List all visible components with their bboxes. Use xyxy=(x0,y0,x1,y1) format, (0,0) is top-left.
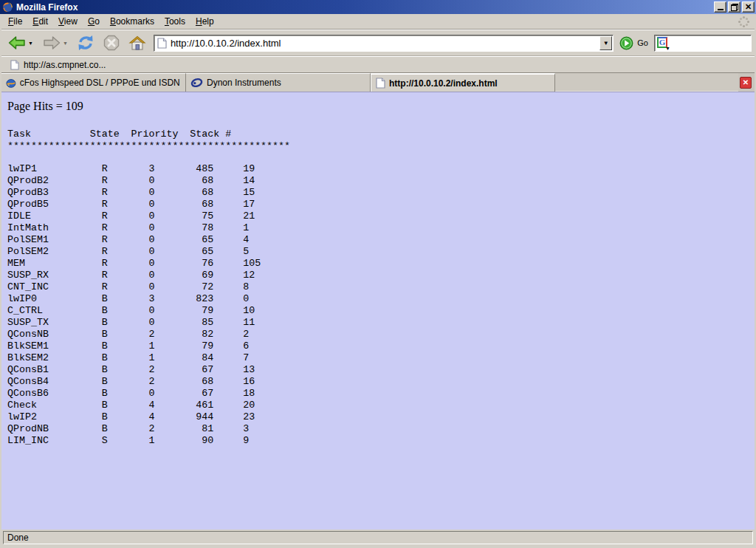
reload-button[interactable] xyxy=(75,33,96,52)
task-table-header: Task State Priority Stack # ************… xyxy=(7,129,755,152)
page-icon xyxy=(10,60,19,70)
menu-go[interactable]: Go xyxy=(83,14,105,29)
tab-cfos[interactable]: cFos Highspeed DSL / PPPoE und ISDN CAP.… xyxy=(1,73,186,92)
bookmark-label: http://as.cmpnet.co... xyxy=(24,60,106,70)
forward-dropdown-icon[interactable]: ▼ xyxy=(63,41,68,46)
titlebar: Mozilla Firefox ✕ xyxy=(0,0,756,14)
bookmarks-toolbar: http://as.cmpnet.co... xyxy=(1,56,755,72)
address-dropdown-button[interactable]: ▼ xyxy=(599,36,612,50)
search-input[interactable] xyxy=(670,38,751,48)
stop-button[interactable] xyxy=(102,33,121,52)
go-icon xyxy=(619,36,633,50)
tab-index-html[interactable]: http://10.0.10.2/index.html xyxy=(371,73,555,92)
menu-file[interactable]: File xyxy=(3,14,27,29)
navigation-toolbar: ▼ ▼ xyxy=(1,30,755,56)
go-button[interactable]: Go xyxy=(619,36,648,50)
tab-bar: cFos Highspeed DSL / PPPoE und ISDN CAP.… xyxy=(1,72,755,92)
home-icon xyxy=(128,35,146,51)
close-tab-button[interactable]: ✕ xyxy=(740,77,752,89)
close-icon: ✕ xyxy=(745,2,752,12)
minimize-icon xyxy=(718,9,724,10)
reload-icon xyxy=(77,35,94,51)
close-button[interactable]: ✕ xyxy=(742,1,755,13)
page-hits-text: Page Hits = 109 xyxy=(7,100,755,113)
window-controls: ✕ xyxy=(714,1,755,13)
address-bar[interactable]: ▼ xyxy=(154,35,614,52)
cfos-icon xyxy=(6,78,16,89)
menu-bookmarks[interactable]: Bookmarks xyxy=(105,14,159,29)
throbber-icon xyxy=(737,15,750,28)
restore-icon xyxy=(731,4,738,11)
tab-label: Dynon Instruments xyxy=(207,78,281,88)
tab-label: cFos Highspeed DSL / PPPoE und ISDN CAP.… xyxy=(20,78,181,88)
back-dropdown-icon[interactable]: ▼ xyxy=(28,41,33,46)
restore-button[interactable] xyxy=(728,1,740,13)
home-button[interactable] xyxy=(127,34,148,52)
menu-view[interactable]: View xyxy=(53,14,83,29)
menu-edit[interactable]: Edit xyxy=(27,14,53,29)
status-bar: Done xyxy=(1,530,755,546)
go-label: Go xyxy=(637,38,648,47)
address-input[interactable] xyxy=(171,37,599,49)
google-icon[interactable]: G ▼ xyxy=(657,37,670,49)
back-icon xyxy=(7,35,27,50)
page-icon xyxy=(376,78,385,89)
tab-dynon[interactable]: Dynon Instruments xyxy=(186,73,371,92)
window-title: Mozilla Firefox xyxy=(16,2,78,13)
status-text: Done xyxy=(3,531,753,544)
forward-icon xyxy=(42,35,61,50)
menu-bar: File Edit View Go Bookmarks Tools Help xyxy=(1,14,755,30)
tab-label: http://10.0.10.2/index.html xyxy=(389,78,498,89)
page-content: Page Hits = 109 Task State Priority Stac… xyxy=(1,92,755,530)
window-frame: File Edit View Go Bookmarks Tools Help ▼ xyxy=(0,14,756,548)
task-table-rows: lwIP1 R 3 485 19 QProdB2 R 0 68 14 QProd… xyxy=(7,163,755,447)
bookmark-item[interactable]: http://as.cmpnet.co... xyxy=(7,58,109,72)
search-box[interactable]: G ▼ xyxy=(654,35,752,52)
menu-help[interactable]: Help xyxy=(190,14,219,29)
firefox-logo-icon xyxy=(2,1,13,13)
minimize-button[interactable] xyxy=(714,1,726,13)
stop-icon xyxy=(103,35,120,51)
back-button[interactable]: ▼ xyxy=(6,34,35,52)
menu-tools[interactable]: Tools xyxy=(159,14,190,29)
forward-button[interactable]: ▼ xyxy=(41,34,69,52)
tab-strip-filler xyxy=(555,73,738,92)
browser-window: Mozilla Firefox ✕ File Edit View Go Book… xyxy=(0,0,756,548)
page-icon xyxy=(157,38,167,49)
dynon-icon xyxy=(190,78,203,88)
